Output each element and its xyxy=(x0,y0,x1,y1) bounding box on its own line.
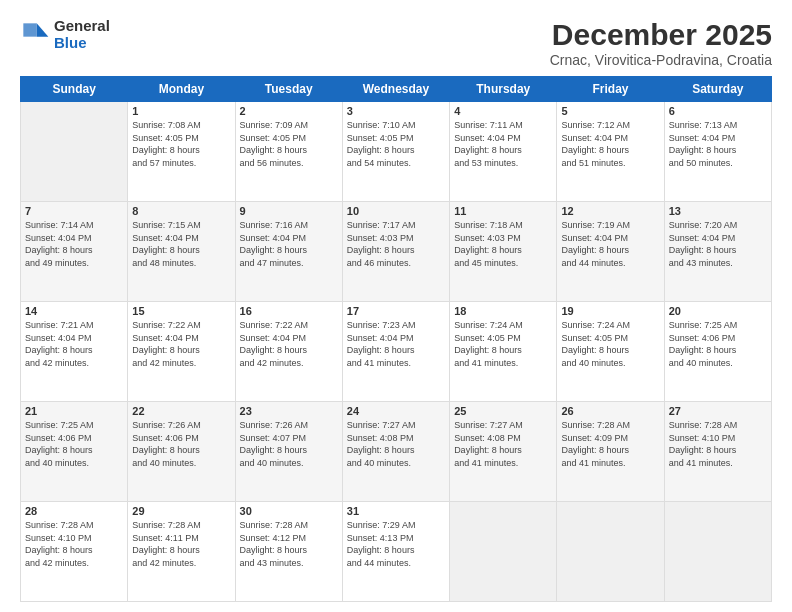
day-number: 22 xyxy=(132,405,230,417)
day-number: 11 xyxy=(454,205,552,217)
calendar-cell: 17Sunrise: 7:23 AMSunset: 4:04 PMDayligh… xyxy=(342,302,449,402)
day-number: 16 xyxy=(240,305,338,317)
day-number: 21 xyxy=(25,405,123,417)
day-info: Sunrise: 7:28 AMSunset: 4:10 PMDaylight:… xyxy=(669,419,767,469)
logo-blue-text: Blue xyxy=(54,34,87,51)
day-number: 10 xyxy=(347,205,445,217)
page-title: December 2025 xyxy=(550,18,772,52)
day-info: Sunrise: 7:16 AMSunset: 4:04 PMDaylight:… xyxy=(240,219,338,269)
logo-icon xyxy=(20,20,50,50)
day-info: Sunrise: 7:29 AMSunset: 4:13 PMDaylight:… xyxy=(347,519,445,569)
calendar-cell: 2Sunrise: 7:09 AMSunset: 4:05 PMDaylight… xyxy=(235,102,342,202)
day-number: 17 xyxy=(347,305,445,317)
calendar-cell: 15Sunrise: 7:22 AMSunset: 4:04 PMDayligh… xyxy=(128,302,235,402)
calendar-body: 1Sunrise: 7:08 AMSunset: 4:05 PMDaylight… xyxy=(21,102,772,602)
day-info: Sunrise: 7:08 AMSunset: 4:05 PMDaylight:… xyxy=(132,119,230,169)
calendar-header: SundayMondayTuesdayWednesdayThursdayFrid… xyxy=(21,77,772,102)
day-number: 3 xyxy=(347,105,445,117)
day-number: 6 xyxy=(669,105,767,117)
day-info: Sunrise: 7:18 AMSunset: 4:03 PMDaylight:… xyxy=(454,219,552,269)
day-number: 2 xyxy=(240,105,338,117)
day-number: 24 xyxy=(347,405,445,417)
day-info: Sunrise: 7:27 AMSunset: 4:08 PMDaylight:… xyxy=(454,419,552,469)
calendar-week-row: 1Sunrise: 7:08 AMSunset: 4:05 PMDaylight… xyxy=(21,102,772,202)
day-number: 25 xyxy=(454,405,552,417)
calendar-cell: 13Sunrise: 7:20 AMSunset: 4:04 PMDayligh… xyxy=(664,202,771,302)
day-number: 19 xyxy=(561,305,659,317)
day-info: Sunrise: 7:28 AMSunset: 4:11 PMDaylight:… xyxy=(132,519,230,569)
day-info: Sunrise: 7:22 AMSunset: 4:04 PMDaylight:… xyxy=(132,319,230,369)
calendar-cell: 30Sunrise: 7:28 AMSunset: 4:12 PMDayligh… xyxy=(235,502,342,602)
calendar-cell: 9Sunrise: 7:16 AMSunset: 4:04 PMDaylight… xyxy=(235,202,342,302)
day-info: Sunrise: 7:22 AMSunset: 4:04 PMDaylight:… xyxy=(240,319,338,369)
calendar-cell: 24Sunrise: 7:27 AMSunset: 4:08 PMDayligh… xyxy=(342,402,449,502)
day-number: 4 xyxy=(454,105,552,117)
weekday-header: Wednesday xyxy=(342,77,449,102)
day-info: Sunrise: 7:10 AMSunset: 4:05 PMDaylight:… xyxy=(347,119,445,169)
calendar-cell: 20Sunrise: 7:25 AMSunset: 4:06 PMDayligh… xyxy=(664,302,771,402)
calendar-week-row: 7Sunrise: 7:14 AMSunset: 4:04 PMDaylight… xyxy=(21,202,772,302)
day-number: 12 xyxy=(561,205,659,217)
weekday-header: Thursday xyxy=(450,77,557,102)
day-number: 7 xyxy=(25,205,123,217)
weekday-header: Tuesday xyxy=(235,77,342,102)
day-number: 23 xyxy=(240,405,338,417)
day-info: Sunrise: 7:24 AMSunset: 4:05 PMDaylight:… xyxy=(454,319,552,369)
day-number: 18 xyxy=(454,305,552,317)
day-number: 26 xyxy=(561,405,659,417)
day-info: Sunrise: 7:28 AMSunset: 4:12 PMDaylight:… xyxy=(240,519,338,569)
day-info: Sunrise: 7:11 AMSunset: 4:04 PMDaylight:… xyxy=(454,119,552,169)
calendar-cell: 6Sunrise: 7:13 AMSunset: 4:04 PMDaylight… xyxy=(664,102,771,202)
day-number: 9 xyxy=(240,205,338,217)
calendar-table: SundayMondayTuesdayWednesdayThursdayFrid… xyxy=(20,76,772,602)
calendar-cell: 28Sunrise: 7:28 AMSunset: 4:10 PMDayligh… xyxy=(21,502,128,602)
calendar-cell: 21Sunrise: 7:25 AMSunset: 4:06 PMDayligh… xyxy=(21,402,128,502)
day-info: Sunrise: 7:20 AMSunset: 4:04 PMDaylight:… xyxy=(669,219,767,269)
day-info: Sunrise: 7:28 AMSunset: 4:09 PMDaylight:… xyxy=(561,419,659,469)
day-number: 15 xyxy=(132,305,230,317)
day-info: Sunrise: 7:17 AMSunset: 4:03 PMDaylight:… xyxy=(347,219,445,269)
calendar-cell xyxy=(21,102,128,202)
weekday-header: Monday xyxy=(128,77,235,102)
calendar-cell: 11Sunrise: 7:18 AMSunset: 4:03 PMDayligh… xyxy=(450,202,557,302)
logo: General Blue xyxy=(20,18,110,51)
weekday-header: Saturday xyxy=(664,77,771,102)
day-number: 31 xyxy=(347,505,445,517)
day-number: 8 xyxy=(132,205,230,217)
day-info: Sunrise: 7:26 AMSunset: 4:06 PMDaylight:… xyxy=(132,419,230,469)
calendar-cell xyxy=(664,502,771,602)
title-area: December 2025 Crnac, Virovitica-Podravin… xyxy=(550,18,772,68)
day-info: Sunrise: 7:25 AMSunset: 4:06 PMDaylight:… xyxy=(25,419,123,469)
day-info: Sunrise: 7:25 AMSunset: 4:06 PMDaylight:… xyxy=(669,319,767,369)
calendar-cell xyxy=(557,502,664,602)
calendar-cell: 1Sunrise: 7:08 AMSunset: 4:05 PMDaylight… xyxy=(128,102,235,202)
svg-marker-0 xyxy=(37,23,49,36)
day-number: 13 xyxy=(669,205,767,217)
day-info: Sunrise: 7:28 AMSunset: 4:10 PMDaylight:… xyxy=(25,519,123,569)
day-info: Sunrise: 7:09 AMSunset: 4:05 PMDaylight:… xyxy=(240,119,338,169)
calendar-cell: 27Sunrise: 7:28 AMSunset: 4:10 PMDayligh… xyxy=(664,402,771,502)
day-info: Sunrise: 7:26 AMSunset: 4:07 PMDaylight:… xyxy=(240,419,338,469)
calendar-cell: 8Sunrise: 7:15 AMSunset: 4:04 PMDaylight… xyxy=(128,202,235,302)
day-number: 14 xyxy=(25,305,123,317)
calendar-cell: 3Sunrise: 7:10 AMSunset: 4:05 PMDaylight… xyxy=(342,102,449,202)
day-info: Sunrise: 7:14 AMSunset: 4:04 PMDaylight:… xyxy=(25,219,123,269)
day-number: 5 xyxy=(561,105,659,117)
calendar-cell: 14Sunrise: 7:21 AMSunset: 4:04 PMDayligh… xyxy=(21,302,128,402)
calendar-cell: 22Sunrise: 7:26 AMSunset: 4:06 PMDayligh… xyxy=(128,402,235,502)
calendar-cell: 26Sunrise: 7:28 AMSunset: 4:09 PMDayligh… xyxy=(557,402,664,502)
day-info: Sunrise: 7:27 AMSunset: 4:08 PMDaylight:… xyxy=(347,419,445,469)
weekday-header: Sunday xyxy=(21,77,128,102)
day-info: Sunrise: 7:15 AMSunset: 4:04 PMDaylight:… xyxy=(132,219,230,269)
header: General Blue December 2025 Crnac, Virovi… xyxy=(20,18,772,68)
day-number: 29 xyxy=(132,505,230,517)
calendar-cell: 16Sunrise: 7:22 AMSunset: 4:04 PMDayligh… xyxy=(235,302,342,402)
calendar-cell: 5Sunrise: 7:12 AMSunset: 4:04 PMDaylight… xyxy=(557,102,664,202)
day-info: Sunrise: 7:23 AMSunset: 4:04 PMDaylight:… xyxy=(347,319,445,369)
weekday-header: Friday xyxy=(557,77,664,102)
svg-rect-1 xyxy=(23,23,36,36)
day-number: 1 xyxy=(132,105,230,117)
calendar-cell: 12Sunrise: 7:19 AMSunset: 4:04 PMDayligh… xyxy=(557,202,664,302)
calendar-cell: 7Sunrise: 7:14 AMSunset: 4:04 PMDaylight… xyxy=(21,202,128,302)
calendar-cell: 10Sunrise: 7:17 AMSunset: 4:03 PMDayligh… xyxy=(342,202,449,302)
